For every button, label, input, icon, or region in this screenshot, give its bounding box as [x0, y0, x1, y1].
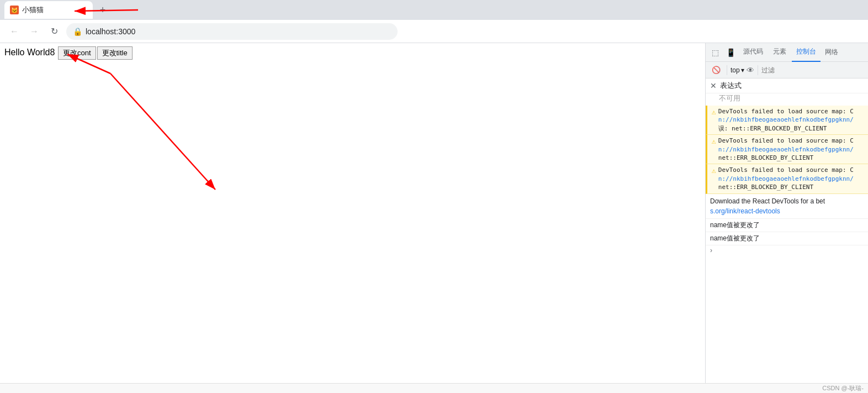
- context-dropdown-icon: ▾: [741, 66, 744, 74]
- filter-input[interactable]: [761, 64, 865, 76]
- change-title-button[interactable]: 更改title: [97, 46, 133, 60]
- devtools-block-button[interactable]: 🚫: [709, 63, 723, 77]
- back-button[interactable]: ←: [7, 24, 22, 39]
- devtools-console: ✕ 表达式 不可用 ⚠ DevTools failed to load sour…: [706, 78, 868, 393]
- warning-text-1: DevTools failed to load source map: C n:…: [718, 107, 854, 133]
- change-cont-button[interactable]: 更改cont: [58, 46, 96, 60]
- eye-button[interactable]: 👁: [747, 66, 754, 75]
- lock-icon: 🔒: [73, 27, 82, 36]
- page-heading: Hello World8: [4, 48, 55, 57]
- devtools-toolbar: ⬚ 📱 源代码 元素 控制台 网络: [706, 43, 868, 62]
- warning-link-2[interactable]: n://nkbihfbeogaeaoehlefnkodbefgpgknn/: [718, 146, 854, 153]
- warning-link-3[interactable]: n://nkbihfbeogaeaoehlefnkodbefgpgknn/: [718, 175, 854, 182]
- refresh-button[interactable]: ↻: [46, 24, 62, 39]
- console-log-2: name值被更改了: [706, 232, 868, 245]
- bottom-bar: CSDN @-耿瑞-: [0, 383, 868, 393]
- devtools-filter-bar: 🚫 top ▾ 👁: [706, 62, 868, 78]
- browser-tab[interactable]: 🐱 小猫猫 ×: [4, 1, 93, 19]
- warning-icon-3: ⚠: [712, 166, 716, 175]
- expression-label: 表达式: [720, 81, 742, 91]
- credit-text: CSDN @-耿瑞-: [822, 384, 864, 392]
- url-text: localhost:3000: [86, 27, 135, 36]
- react-devtools-text: Download the React DevTools for a bet: [710, 197, 825, 205]
- expression-row: ✕ 表达式: [706, 78, 868, 93]
- console-log-1: name值被更改了: [706, 219, 868, 232]
- filter-separator: [727, 65, 727, 75]
- console-warning-3: ⚠ DevTools failed to load source map: C …: [706, 164, 868, 193]
- tab-console[interactable]: 控制台: [792, 43, 821, 62]
- react-devtools-info: Download the React DevTools for a bet s.…: [706, 194, 868, 219]
- annotation-arrows: [0, 43, 232, 198]
- tab-title: 小猫猫: [22, 5, 76, 15]
- warning-link-1[interactable]: n://nkbihfbeogaeaoehlefnkodbefgpgknn/: [718, 116, 854, 123]
- new-tab-button[interactable]: +: [95, 2, 110, 18]
- tab-source[interactable]: 源代码: [739, 43, 768, 62]
- address-bar: ← → ↻ 🔒 localhost:3000: [0, 20, 868, 43]
- tab-element[interactable]: 元素: [769, 43, 791, 62]
- warning-text-3: DevTools failed to load source map: C n:…: [718, 166, 854, 191]
- react-devtools-link[interactable]: s.org/link/react-devtools: [710, 207, 780, 215]
- console-expand-button[interactable]: ›: [706, 245, 868, 255]
- url-bar[interactable]: 🔒 localhost:3000: [66, 23, 398, 40]
- console-warning-1: ⚠ DevTools failed to load source map: C …: [706, 106, 868, 135]
- devtools-inspect-button[interactable]: ⬚: [708, 45, 722, 60]
- filter-separator2: [758, 65, 758, 75]
- devtools-device-button[interactable]: 📱: [723, 45, 738, 60]
- tab-network[interactable]: 网络: [822, 43, 841, 62]
- tab-close-button[interactable]: ×: [80, 6, 88, 14]
- console-warning-2: ⚠ DevTools failed to load source map: C …: [706, 135, 868, 164]
- context-selector[interactable]: top ▾: [731, 66, 744, 74]
- expression-na: 不可用: [706, 93, 868, 106]
- context-label: top: [731, 66, 740, 74]
- forward-button[interactable]: →: [27, 24, 42, 39]
- warning-icon-1: ⚠: [712, 108, 716, 116]
- svg-line-5: [110, 74, 215, 190]
- warning-icon-2: ⚠: [712, 137, 716, 145]
- warning-text-2: DevTools failed to load source map: C n:…: [718, 137, 854, 162]
- expression-close-button[interactable]: ✕: [710, 81, 717, 90]
- page-content: Hello World8 更改cont 更改title: [0, 43, 705, 393]
- devtools-panel: ⬚ 📱 源代码 元素 控制台 网络 🚫 top ▾ 👁: [705, 43, 868, 393]
- tab-favicon: 🐱: [10, 6, 19, 14]
